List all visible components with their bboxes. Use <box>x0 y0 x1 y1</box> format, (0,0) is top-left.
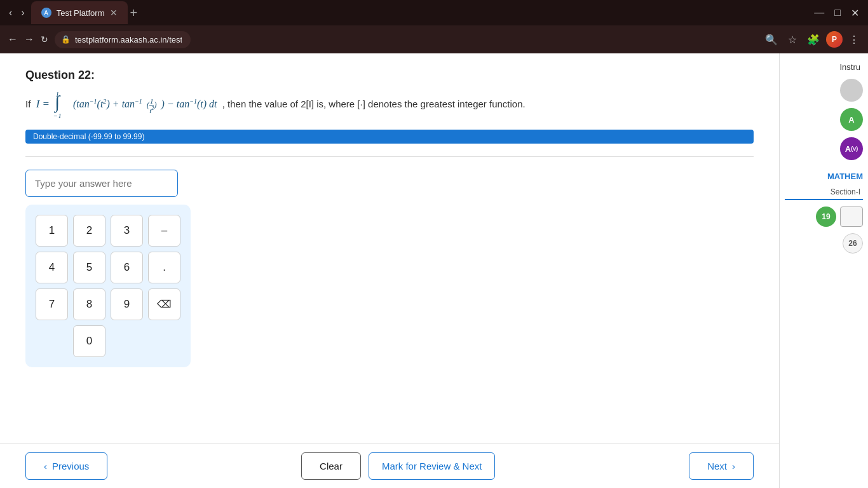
numpad-9[interactable]: 9 <box>111 288 143 320</box>
clear-button[interactable]: Clear <box>301 452 361 480</box>
refresh-button[interactable]: ↻ <box>38 31 51 48</box>
section-label: Section-I <box>785 187 863 200</box>
main-content: Question 22: If I = 1 ∫ −1 (tan−1(t2 <box>0 53 868 488</box>
tab-nav-left[interactable]: ‹ <box>5 4 16 21</box>
address-input[interactable] <box>55 31 191 48</box>
footer: ‹ Previous Clear Mark for Review & Next … <box>0 444 779 488</box>
numpad-0[interactable]: 0 <box>73 325 105 357</box>
address-bar-row: ← → ↻ 🔒 🔍 ☆ 🧩 P ⋮ <box>0 25 868 53</box>
question-number-26[interactable]: 26 <box>843 233 863 254</box>
numpad-2[interactable]: 2 <box>73 215 105 247</box>
maximize-button[interactable]: □ <box>831 4 844 21</box>
numpad-minus[interactable]: – <box>148 215 180 247</box>
numpad-backspace[interactable]: ⌫ <box>148 288 180 320</box>
section-divider <box>25 156 754 157</box>
numpad-1[interactable]: 1 <box>36 215 68 247</box>
question-body: If I = 1 ∫ −1 (tan−1(t2) + tan−1 ( <box>25 92 754 117</box>
answer-input[interactable] <box>25 170 178 197</box>
forward-button[interactable]: → <box>22 31 37 48</box>
numpad-4[interactable]: 4 <box>36 252 68 283</box>
sidebar-answered-btn[interactable]: A <box>840 108 863 131</box>
extensions-icon[interactable]: 🧩 <box>803 31 824 48</box>
numpad-7[interactable]: 7 <box>36 288 68 320</box>
question-number-19[interactable]: 19 <box>816 207 836 227</box>
chevron-right-icon: › <box>732 461 735 471</box>
numpad-6[interactable]: 6 <box>111 252 143 283</box>
range-badge: Double-decimal (-99.99 to 99.99) <box>25 130 754 144</box>
back-button[interactable]: ← <box>5 31 20 48</box>
profile-avatar[interactable]: P <box>826 31 843 48</box>
sidebar-marked-btn[interactable]: A(v) <box>840 137 863 160</box>
tab-bar: ‹ › A Test Platform ✕ + — □ ✕ <box>0 0 868 25</box>
question-number-next[interactable] <box>840 207 863 227</box>
active-tab[interactable]: A Test Platform ✕ <box>31 1 128 24</box>
previous-button[interactable]: ‹ Previous <box>25 452 107 480</box>
tab-title: Test Platform <box>57 8 105 18</box>
numpad: 1 2 3 – 4 5 6 . 7 8 9 ⌫ 0 <box>25 205 191 367</box>
mark-review-button[interactable]: Mark for Review & Next <box>369 452 496 480</box>
sidebar-unanswered-btn[interactable] <box>840 79 863 102</box>
lock-icon: 🔒 <box>61 35 71 44</box>
new-tab-button[interactable]: + <box>130 6 138 20</box>
instru-label: Instru <box>839 62 863 72</box>
section-title: MATHEM <box>785 172 863 181</box>
menu-icon[interactable]: ⋮ <box>845 31 863 48</box>
sidebar: Instru A A(v) MATHEM Section-I 19 26 <box>779 53 868 488</box>
numpad-5[interactable]: 5 <box>73 252 105 283</box>
page-area: Question 22: If I = 1 ∫ −1 (tan−1(t2 <box>0 53 779 444</box>
close-button[interactable]: ✕ <box>847 4 863 22</box>
question-title: Question 22: <box>25 69 754 82</box>
tab-close-button[interactable]: ✕ <box>110 8 118 18</box>
chevron-left-icon: ‹ <box>44 461 47 471</box>
minimize-button[interactable]: — <box>810 4 828 21</box>
tab-favicon: A <box>41 8 51 18</box>
tab-nav-right[interactable]: › <box>17 4 28 21</box>
next-button[interactable]: Next › <box>689 452 754 480</box>
numpad-8[interactable]: 8 <box>73 288 105 320</box>
numpad-dot[interactable]: . <box>148 252 180 283</box>
bookmark-icon[interactable]: ☆ <box>784 31 801 48</box>
search-icon[interactable]: 🔍 <box>761 31 782 48</box>
numpad-3[interactable]: 3 <box>111 215 143 247</box>
